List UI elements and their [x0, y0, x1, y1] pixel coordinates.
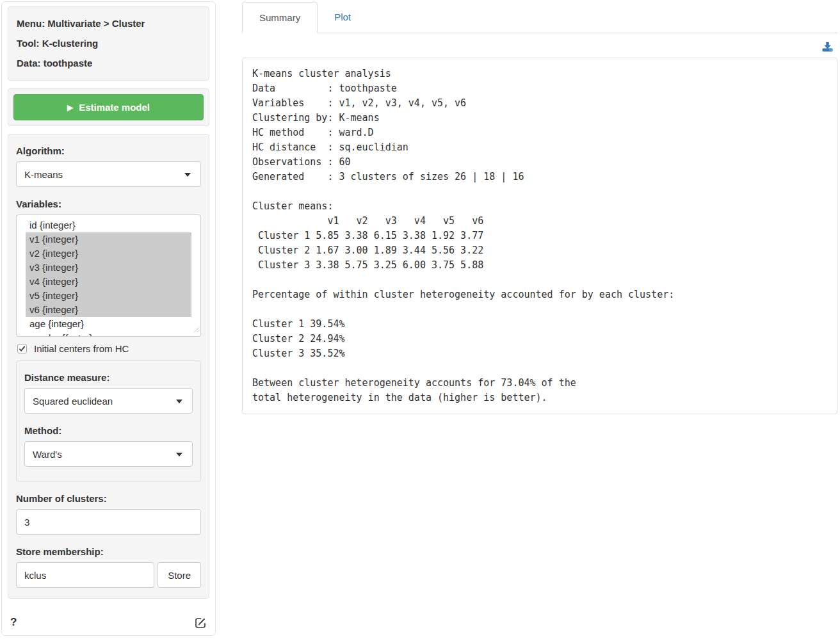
hc-options-panel: Distance measure: Squared euclidean Meth… [16, 360, 201, 481]
distance-selected-value: Squared euclidean [33, 396, 113, 407]
chevron-down-icon [184, 173, 191, 177]
main-content: Summary Plot K-means cluster analysis Da… [242, 0, 837, 414]
estimate-panel: ▶ Estimate model [8, 88, 209, 126]
output-toolbar [242, 33, 837, 58]
store-membership-row: Store [16, 562, 201, 588]
sidebar-footer: ? [8, 610, 209, 630]
variable-option[interactable]: gender {factor} [26, 331, 191, 337]
number-of-clusters-label: Number of clusters: [16, 493, 201, 504]
method-select[interactable]: Ward's [24, 441, 193, 467]
algorithm-selected-value: K-means [24, 169, 63, 180]
play-icon: ▶ [67, 104, 73, 111]
tool-label: Tool: K-clustering [17, 38, 200, 49]
summary-text: K-means cluster analysis Data : toothpas… [252, 67, 827, 405]
store-button[interactable]: Store [158, 562, 201, 588]
initial-centers-checkbox[interactable]: Initial centers from HC [17, 343, 201, 354]
tab-summary[interactable]: Summary [242, 2, 318, 33]
resize-handle[interactable] [193, 324, 200, 336]
estimate-model-label: Estimate model [79, 102, 150, 113]
method-selected-value: Ward's [33, 449, 62, 460]
variable-option[interactable]: v1 {integer} [26, 232, 191, 247]
variable-option[interactable]: v5 {integer} [26, 289, 191, 303]
variable-option[interactable]: age {integer} [26, 317, 191, 331]
variable-option[interactable]: id {integer} [26, 218, 191, 232]
download-icon[interactable] [822, 42, 833, 52]
chevron-down-icon [176, 453, 182, 457]
estimate-model-button[interactable]: ▶ Estimate model [13, 94, 204, 120]
dataset-label: Data: toothpaste [17, 58, 200, 69]
store-membership-label: Store membership: [16, 546, 201, 557]
edit-icon[interactable] [195, 617, 207, 629]
store-membership-input[interactable] [16, 562, 154, 588]
chevron-down-icon [176, 400, 182, 403]
distance-measure-label: Distance measure: [24, 372, 193, 383]
variables-label: Variables: [16, 198, 201, 209]
sidebar: Menu: Multivariate > Cluster Tool: K-clu… [1, 1, 216, 636]
algorithm-label: Algorithm: [16, 145, 201, 156]
number-of-clusters-input[interactable] [16, 509, 201, 535]
context-panel: Menu: Multivariate > Cluster Tool: K-clu… [8, 6, 209, 81]
breadcrumb-menu: Menu: Multivariate > Cluster [17, 18, 200, 29]
help-link[interactable]: ? [10, 616, 17, 629]
variable-option[interactable]: v4 {integer} [26, 275, 191, 289]
settings-panel: Algorithm: K-means Variables: id {intege… [8, 134, 209, 599]
algorithm-select[interactable]: K-means [16, 161, 201, 187]
app-root: Menu: Multivariate > Cluster Tool: K-clu… [0, 0, 840, 636]
method-label: Method: [24, 425, 193, 436]
summary-output-panel: K-means cluster analysis Data : toothpas… [242, 58, 837, 414]
checkbox-checked-icon[interactable] [17, 344, 27, 353]
tab-bar: Summary Plot [242, 0, 837, 33]
initial-centers-label: Initial centers from HC [34, 343, 129, 354]
variable-option[interactable]: v6 {integer} [26, 303, 191, 317]
tab-plot[interactable]: Plot [318, 2, 368, 33]
variable-option[interactable]: v3 {integer} [26, 261, 191, 275]
distance-measure-select[interactable]: Squared euclidean [24, 388, 193, 414]
variable-option[interactable]: v2 {integer} [26, 247, 191, 261]
variables-listbox[interactable]: id {integer} v1 {integer} v2 {integer} v… [16, 214, 201, 337]
